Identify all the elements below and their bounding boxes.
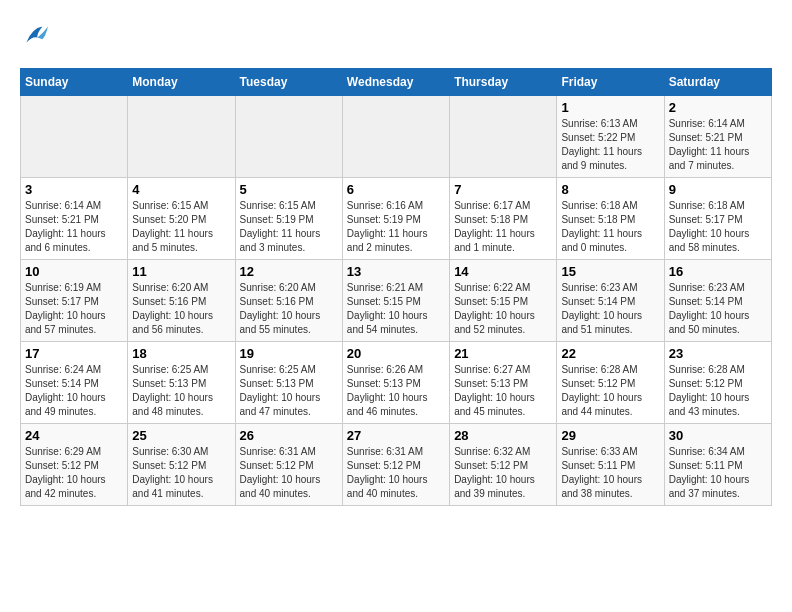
day-number: 19 <box>240 346 338 361</box>
calendar-cell: 25Sunrise: 6:30 AM Sunset: 5:12 PM Dayli… <box>128 424 235 506</box>
day-number: 20 <box>347 346 445 361</box>
calendar-cell: 16Sunrise: 6:23 AM Sunset: 5:14 PM Dayli… <box>664 260 771 342</box>
calendar-cell: 7Sunrise: 6:17 AM Sunset: 5:18 PM Daylig… <box>450 178 557 260</box>
day-info: Sunrise: 6:29 AM Sunset: 5:12 PM Dayligh… <box>25 445 123 501</box>
calendar-week-4: 17Sunrise: 6:24 AM Sunset: 5:14 PM Dayli… <box>21 342 772 424</box>
logo-icon <box>20 20 52 52</box>
calendar-cell <box>235 96 342 178</box>
day-info: Sunrise: 6:18 AM Sunset: 5:17 PM Dayligh… <box>669 199 767 255</box>
logo <box>20 20 56 52</box>
calendar-cell: 22Sunrise: 6:28 AM Sunset: 5:12 PM Dayli… <box>557 342 664 424</box>
calendar-cell: 28Sunrise: 6:32 AM Sunset: 5:12 PM Dayli… <box>450 424 557 506</box>
day-number: 30 <box>669 428 767 443</box>
day-number: 14 <box>454 264 552 279</box>
day-number: 9 <box>669 182 767 197</box>
day-number: 11 <box>132 264 230 279</box>
calendar-header-monday: Monday <box>128 69 235 96</box>
calendar-cell: 21Sunrise: 6:27 AM Sunset: 5:13 PM Dayli… <box>450 342 557 424</box>
calendar-cell: 4Sunrise: 6:15 AM Sunset: 5:20 PM Daylig… <box>128 178 235 260</box>
day-info: Sunrise: 6:25 AM Sunset: 5:13 PM Dayligh… <box>240 363 338 419</box>
calendar-header-thursday: Thursday <box>450 69 557 96</box>
calendar-cell: 18Sunrise: 6:25 AM Sunset: 5:13 PM Dayli… <box>128 342 235 424</box>
day-number: 3 <box>25 182 123 197</box>
calendar-cell: 29Sunrise: 6:33 AM Sunset: 5:11 PM Dayli… <box>557 424 664 506</box>
calendar-cell: 10Sunrise: 6:19 AM Sunset: 5:17 PM Dayli… <box>21 260 128 342</box>
calendar-header-saturday: Saturday <box>664 69 771 96</box>
day-number: 25 <box>132 428 230 443</box>
day-number: 5 <box>240 182 338 197</box>
day-number: 18 <box>132 346 230 361</box>
calendar-cell: 30Sunrise: 6:34 AM Sunset: 5:11 PM Dayli… <box>664 424 771 506</box>
calendar-week-1: 1Sunrise: 6:13 AM Sunset: 5:22 PM Daylig… <box>21 96 772 178</box>
day-info: Sunrise: 6:27 AM Sunset: 5:13 PM Dayligh… <box>454 363 552 419</box>
day-number: 23 <box>669 346 767 361</box>
day-number: 27 <box>347 428 445 443</box>
day-number: 28 <box>454 428 552 443</box>
day-info: Sunrise: 6:20 AM Sunset: 5:16 PM Dayligh… <box>240 281 338 337</box>
calendar-cell: 1Sunrise: 6:13 AM Sunset: 5:22 PM Daylig… <box>557 96 664 178</box>
page-header <box>20 20 772 52</box>
day-number: 1 <box>561 100 659 115</box>
day-info: Sunrise: 6:25 AM Sunset: 5:13 PM Dayligh… <box>132 363 230 419</box>
day-info: Sunrise: 6:31 AM Sunset: 5:12 PM Dayligh… <box>347 445 445 501</box>
calendar-header-tuesday: Tuesday <box>235 69 342 96</box>
calendar-cell: 23Sunrise: 6:28 AM Sunset: 5:12 PM Dayli… <box>664 342 771 424</box>
day-number: 7 <box>454 182 552 197</box>
calendar-cell: 11Sunrise: 6:20 AM Sunset: 5:16 PM Dayli… <box>128 260 235 342</box>
calendar-cell: 9Sunrise: 6:18 AM Sunset: 5:17 PM Daylig… <box>664 178 771 260</box>
day-info: Sunrise: 6:26 AM Sunset: 5:13 PM Dayligh… <box>347 363 445 419</box>
calendar-cell <box>128 96 235 178</box>
day-info: Sunrise: 6:32 AM Sunset: 5:12 PM Dayligh… <box>454 445 552 501</box>
day-info: Sunrise: 6:34 AM Sunset: 5:11 PM Dayligh… <box>669 445 767 501</box>
calendar-week-3: 10Sunrise: 6:19 AM Sunset: 5:17 PM Dayli… <box>21 260 772 342</box>
calendar-cell: 3Sunrise: 6:14 AM Sunset: 5:21 PM Daylig… <box>21 178 128 260</box>
day-info: Sunrise: 6:20 AM Sunset: 5:16 PM Dayligh… <box>132 281 230 337</box>
day-number: 22 <box>561 346 659 361</box>
calendar-cell <box>342 96 449 178</box>
day-info: Sunrise: 6:28 AM Sunset: 5:12 PM Dayligh… <box>561 363 659 419</box>
day-info: Sunrise: 6:21 AM Sunset: 5:15 PM Dayligh… <box>347 281 445 337</box>
day-number: 15 <box>561 264 659 279</box>
calendar-cell: 13Sunrise: 6:21 AM Sunset: 5:15 PM Dayli… <box>342 260 449 342</box>
day-info: Sunrise: 6:23 AM Sunset: 5:14 PM Dayligh… <box>561 281 659 337</box>
calendar-cell: 26Sunrise: 6:31 AM Sunset: 5:12 PM Dayli… <box>235 424 342 506</box>
calendar-cell <box>450 96 557 178</box>
calendar-cell: 14Sunrise: 6:22 AM Sunset: 5:15 PM Dayli… <box>450 260 557 342</box>
calendar-cell: 5Sunrise: 6:15 AM Sunset: 5:19 PM Daylig… <box>235 178 342 260</box>
calendar-cell: 17Sunrise: 6:24 AM Sunset: 5:14 PM Dayli… <box>21 342 128 424</box>
calendar-cell: 12Sunrise: 6:20 AM Sunset: 5:16 PM Dayli… <box>235 260 342 342</box>
day-info: Sunrise: 6:33 AM Sunset: 5:11 PM Dayligh… <box>561 445 659 501</box>
day-info: Sunrise: 6:14 AM Sunset: 5:21 PM Dayligh… <box>25 199 123 255</box>
calendar-cell: 2Sunrise: 6:14 AM Sunset: 5:21 PM Daylig… <box>664 96 771 178</box>
calendar-header-friday: Friday <box>557 69 664 96</box>
day-number: 21 <box>454 346 552 361</box>
day-number: 29 <box>561 428 659 443</box>
day-number: 24 <box>25 428 123 443</box>
calendar-header-row: SundayMondayTuesdayWednesdayThursdayFrid… <box>21 69 772 96</box>
day-number: 17 <box>25 346 123 361</box>
calendar-cell: 24Sunrise: 6:29 AM Sunset: 5:12 PM Dayli… <box>21 424 128 506</box>
calendar-week-5: 24Sunrise: 6:29 AM Sunset: 5:12 PM Dayli… <box>21 424 772 506</box>
day-info: Sunrise: 6:24 AM Sunset: 5:14 PM Dayligh… <box>25 363 123 419</box>
calendar-cell: 15Sunrise: 6:23 AM Sunset: 5:14 PM Dayli… <box>557 260 664 342</box>
day-number: 13 <box>347 264 445 279</box>
day-number: 6 <box>347 182 445 197</box>
day-number: 10 <box>25 264 123 279</box>
calendar-cell: 19Sunrise: 6:25 AM Sunset: 5:13 PM Dayli… <box>235 342 342 424</box>
calendar-week-2: 3Sunrise: 6:14 AM Sunset: 5:21 PM Daylig… <box>21 178 772 260</box>
calendar-cell: 20Sunrise: 6:26 AM Sunset: 5:13 PM Dayli… <box>342 342 449 424</box>
day-number: 26 <box>240 428 338 443</box>
day-info: Sunrise: 6:22 AM Sunset: 5:15 PM Dayligh… <box>454 281 552 337</box>
calendar-cell: 8Sunrise: 6:18 AM Sunset: 5:18 PM Daylig… <box>557 178 664 260</box>
day-info: Sunrise: 6:18 AM Sunset: 5:18 PM Dayligh… <box>561 199 659 255</box>
day-number: 4 <box>132 182 230 197</box>
day-info: Sunrise: 6:28 AM Sunset: 5:12 PM Dayligh… <box>669 363 767 419</box>
day-info: Sunrise: 6:30 AM Sunset: 5:12 PM Dayligh… <box>132 445 230 501</box>
calendar-cell: 6Sunrise: 6:16 AM Sunset: 5:19 PM Daylig… <box>342 178 449 260</box>
day-info: Sunrise: 6:17 AM Sunset: 5:18 PM Dayligh… <box>454 199 552 255</box>
day-info: Sunrise: 6:15 AM Sunset: 5:20 PM Dayligh… <box>132 199 230 255</box>
day-info: Sunrise: 6:23 AM Sunset: 5:14 PM Dayligh… <box>669 281 767 337</box>
day-number: 16 <box>669 264 767 279</box>
calendar-header-sunday: Sunday <box>21 69 128 96</box>
day-number: 12 <box>240 264 338 279</box>
